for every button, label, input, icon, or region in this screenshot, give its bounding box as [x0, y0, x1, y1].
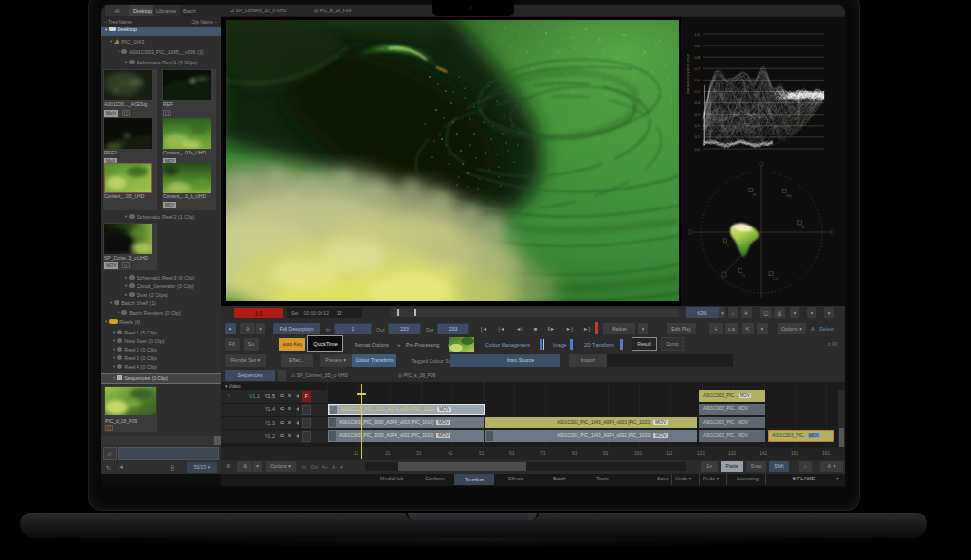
- svg-text:0.7: 0.7: [694, 66, 700, 71]
- svg-text:G: G: [742, 273, 745, 278]
- svg-text:0.5: 0.5: [694, 89, 700, 94]
- svg-text:Mg: Mg: [786, 193, 792, 198]
- svg-text:0.9: 0.9: [694, 44, 700, 48]
- svg-text:0.2: 0.2: [694, 123, 700, 128]
- svg-text:0.4: 0.4: [694, 100, 700, 105]
- svg-text:0.1: 0.1: [694, 135, 700, 139]
- svg-text:Normalized pixel value: Normalized pixel value: [686, 53, 690, 94]
- svg-text:R: R: [753, 192, 756, 197]
- svg-text:Yl: Yl: [726, 243, 730, 247]
- svg-text:0.3: 0.3: [694, 112, 700, 117]
- svg-text:0.8: 0.8: [694, 55, 700, 60]
- svg-text:1.0: 1.0: [694, 32, 700, 37]
- svg-text:0.0: 0.0: [694, 147, 700, 152]
- svg-text:0.6: 0.6: [694, 78, 700, 82]
- svg-text:Cy: Cy: [773, 276, 779, 280]
- svg-text:B: B: [801, 225, 804, 229]
